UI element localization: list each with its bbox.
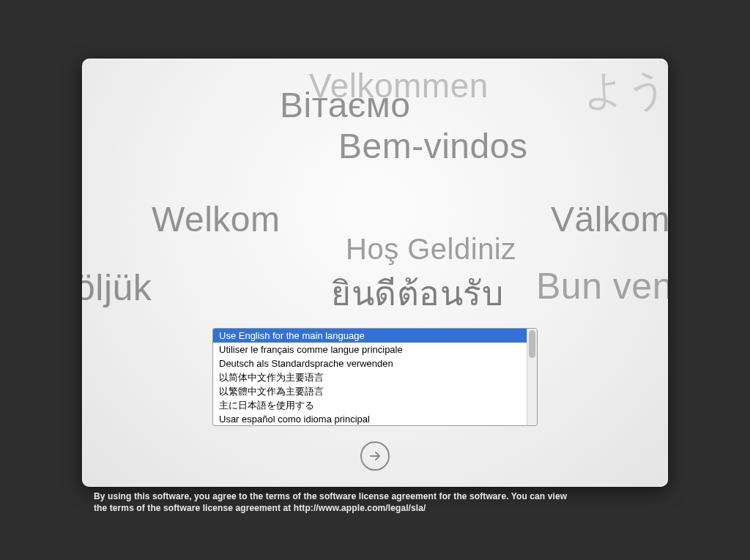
language-option[interactable]: 主に日本語を使用する (213, 398, 527, 412)
legal-line: the terms of the software license agreem… (94, 502, 680, 514)
legal-text: By using this software, you agree to the… (94, 490, 680, 514)
language-option[interactable]: Usar español como idioma principal (213, 412, 527, 425)
language-option[interactable]: Use English for the main language (213, 329, 527, 343)
welcome-panel: Velkommen Вітаємо Bem-vindos ようこ Welkom … (82, 59, 668, 487)
welcome-word: öljük (82, 266, 152, 309)
continue-button[interactable] (360, 441, 390, 471)
language-option[interactable]: 以简体中文作为主要语言 (213, 370, 527, 384)
welcome-word: Bem-vindos (338, 126, 527, 166)
language-option[interactable]: 以繁體中文作為主要語言 (213, 384, 527, 398)
language-option[interactable]: Utiliser le français comme langue princi… (213, 343, 527, 356)
welcome-word: Вітаємо (280, 85, 411, 125)
welcome-word: ようこ (584, 63, 668, 119)
welcome-word: Hoş Geldiniz (346, 233, 516, 266)
welcome-word: Welkom (152, 199, 280, 239)
welcome-word: Velkommen (309, 66, 489, 105)
arrow-right-icon (368, 449, 382, 463)
scrollbar-track[interactable] (527, 329, 537, 425)
welcome-word: ยินดีต้อนรับ (331, 266, 503, 320)
language-option[interactable]: Deutsch als Standardsprache verwenden (213, 356, 527, 370)
welcome-word: Bun ven (536, 265, 668, 307)
welcome-word: Välkomm (551, 199, 668, 239)
language-list[interactable]: Use English for the main language Utilis… (212, 328, 538, 426)
scrollbar-thumb[interactable] (529, 330, 535, 358)
legal-line: By using this software, you agree to the… (94, 490, 680, 502)
language-items: Use English for the main language Utilis… (213, 329, 527, 425)
